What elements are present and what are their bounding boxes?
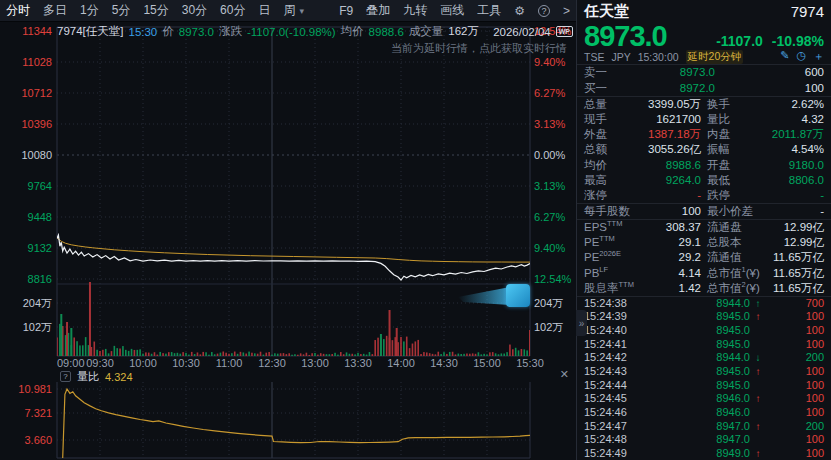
tab-5分[interactable]: 5分	[112, 2, 131, 19]
toolbar-tools: F9叠加九转画线工具⚙?>	[339, 2, 570, 19]
volume-bar	[503, 354, 505, 356]
alert-icon[interactable]: ◷	[796, 49, 806, 64]
tool-叠加[interactable]: 叠加	[366, 2, 390, 19]
volume-bar	[409, 348, 411, 356]
volume-bar	[283, 353, 285, 356]
delayed-quote-notice[interactable]: 当前为延时行情，点此获取实时行情	[391, 41, 567, 56]
tab-30分[interactable]: 30分	[182, 2, 207, 19]
time-axis-label: 14:30	[430, 357, 458, 369]
y-axis-label: 8816	[28, 273, 52, 285]
sub-axis-label: 10.981	[18, 383, 52, 395]
volume-bar	[523, 349, 525, 356]
arrow-none	[750, 433, 766, 447]
tick-volume: 100	[766, 310, 824, 324]
tick-row: 15:24:448945.0100	[584, 379, 824, 393]
volume-bar	[515, 348, 517, 356]
tick-row: 15:24:478947.0↑200	[584, 420, 824, 434]
time-axis-label: 09:30	[86, 357, 114, 369]
volume-bar	[374, 340, 376, 356]
quote-row: 卖一8973.0600	[584, 65, 824, 81]
volume-bar	[432, 354, 434, 356]
stat-value: 11.65万亿	[771, 281, 824, 296]
wp-badge[interactable]: WP	[556, 26, 573, 37]
volume-bar	[168, 352, 170, 356]
gear-icon[interactable]: ⚙	[514, 4, 525, 18]
volume-bar	[151, 354, 153, 356]
chevron-down-icon[interactable]: ▾	[299, 6, 304, 16]
help-icon[interactable]: ?	[60, 371, 71, 382]
volume-bar	[211, 352, 213, 356]
volume-bar	[303, 354, 305, 356]
volume-bar	[506, 352, 508, 356]
chevron-right-icon[interactable]: >	[563, 4, 570, 18]
volume-bar	[337, 355, 339, 356]
volume-bar	[498, 354, 500, 356]
stat-row: 总量3399.05万换手2.62%	[584, 97, 824, 112]
sub-axis-label: 7.321	[24, 407, 52, 419]
volume-bar	[403, 341, 405, 356]
close-icon[interactable]: ✕	[560, 368, 569, 381]
tool-九转[interactable]: 九转	[403, 2, 427, 19]
stat-label: 总股本	[701, 235, 771, 250]
tick-time: 15:24:41	[584, 338, 658, 352]
boost-icon[interactable]	[506, 284, 530, 307]
tab-日[interactable]: 日	[258, 2, 270, 19]
tool-F9[interactable]: F9	[339, 4, 353, 18]
exchange-label: TSE	[584, 51, 604, 63]
pct-axis-label: 6.27%	[534, 211, 565, 223]
tab-周[interactable]: 周	[283, 2, 295, 19]
stat-row: PETTM29.1总股本12.99亿	[584, 235, 824, 250]
volume-value: 162万	[448, 24, 479, 39]
tick-time: 15:24:40	[584, 324, 658, 338]
volume-bar	[220, 353, 222, 356]
volume-bar	[280, 353, 282, 356]
volume-bar	[85, 337, 87, 356]
tool-画线[interactable]: 画线	[440, 2, 464, 19]
volume-bar	[251, 353, 253, 356]
help-icon[interactable]: ?	[538, 5, 550, 17]
tab-60分[interactable]: 60分	[220, 2, 245, 19]
volume-bar	[116, 348, 118, 356]
volume-axis-label: 102万	[23, 321, 52, 333]
tool-工具[interactable]: 工具	[477, 2, 501, 19]
volume-bar	[443, 352, 445, 356]
arrow-up-icon: ↑	[750, 310, 766, 324]
volume-bar	[260, 352, 262, 356]
volume-bar	[171, 352, 173, 356]
y-axis-label: 11028	[22, 56, 52, 68]
tab-多日[interactable]: 多日	[43, 2, 67, 19]
volume-bar	[440, 354, 442, 356]
stat-value: 2011.87万	[771, 127, 824, 142]
tab-分时[interactable]: 分时	[6, 2, 30, 19]
time-axis-label: 12:30	[258, 357, 286, 369]
volume-bar	[360, 354, 362, 356]
edit-icon[interactable]: ✎	[780, 49, 789, 64]
minute-chart: 1134411028107121039610080976494489132881…	[0, 22, 575, 460]
volume-bars	[56, 282, 531, 356]
fundamental-rows: EPSTTM308.37流通盘12.99亿PETTM29.1总股本12.99亿P…	[577, 220, 831, 296]
volume-bar	[182, 352, 184, 356]
quote-price: 8973.0	[642, 65, 733, 81]
volume-bar	[429, 353, 431, 356]
tab-15分[interactable]: 15分	[143, 2, 168, 19]
volume-bar	[136, 350, 138, 356]
volume-axis-label: 204万	[534, 297, 563, 309]
expand-arrow[interactable]: »	[576, 310, 587, 336]
volume-bar	[526, 350, 528, 356]
tick-price: 8947.0	[658, 420, 750, 434]
volume-label: 成交量	[409, 24, 444, 39]
add-icon[interactable]: ＋	[813, 49, 824, 64]
arrow-none	[750, 338, 766, 352]
stat-value: 1.42	[648, 281, 701, 296]
tab-1分[interactable]: 1分	[80, 2, 99, 19]
period-tabs: 分时多日1分5分15分30分60分日周▾	[6, 2, 304, 19]
tick-price: 8945.0	[658, 365, 750, 379]
volume-bar	[114, 346, 116, 356]
stat-label: 总量	[584, 97, 648, 112]
volume-bar	[145, 352, 147, 356]
volume-bar	[197, 352, 199, 356]
change-label: 涨跌	[219, 24, 242, 39]
tick-row: 15:24:398945.0↑100	[584, 310, 824, 324]
stat-row: 外盘1387.18万内盘2011.87万	[584, 127, 824, 142]
volume-bar	[291, 355, 293, 356]
